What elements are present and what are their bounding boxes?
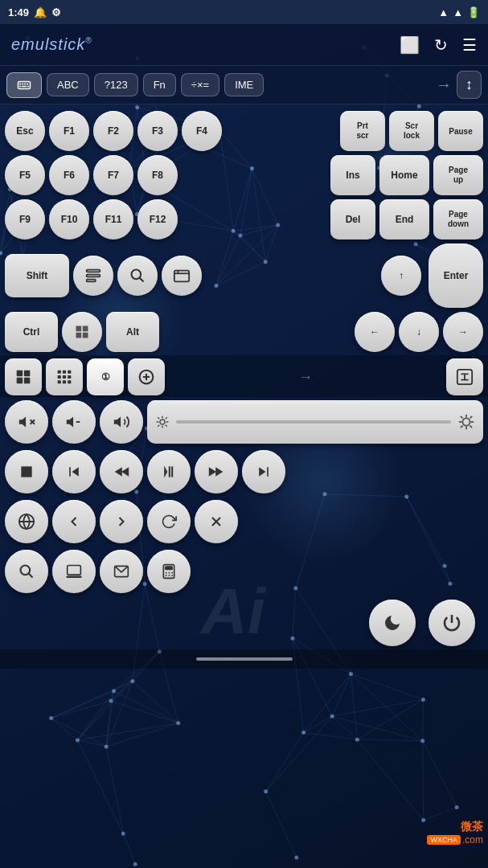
key-f3[interactable]: F3 <box>137 111 178 151</box>
svg-line-70 <box>29 574 33 578</box>
svg-marker-56 <box>72 467 79 477</box>
svg-rect-54 <box>21 466 31 477</box>
key-down[interactable]: ↓ <box>399 312 439 352</box>
key-bright-down[interactable] <box>147 400 483 444</box>
key-mail[interactable] <box>100 550 143 593</box>
key-up[interactable]: ↑ <box>381 256 421 296</box>
key-window[interactable] <box>162 256 202 296</box>
key-end[interactable]: End <box>379 199 429 240</box>
key-pause[interactable]: Pause <box>438 111 483 151</box>
key-calc[interactable] <box>147 550 191 593</box>
key-browser-forward[interactable] <box>100 500 143 543</box>
svg-rect-9 <box>87 275 100 277</box>
key-search[interactable] <box>117 256 158 296</box>
screen-toggle-icon[interactable]: ⬜ <box>400 35 420 55</box>
key-ins[interactable]: Ins <box>330 155 375 195</box>
key-f5[interactable]: F5 <box>5 155 45 195</box>
func-grid9-btn[interactable] <box>46 358 83 395</box>
key-left[interactable]: ← <box>355 312 395 352</box>
fn-mode-btn[interactable]: Fn <box>143 73 176 96</box>
svg-line-53 <box>470 416 473 419</box>
svg-point-69 <box>21 566 31 575</box>
key-browser-refresh[interactable] <box>147 500 191 543</box>
key-ctrl[interactable]: Ctrl <box>5 312 58 352</box>
key-rewind[interactable] <box>100 450 143 493</box>
key-f4[interactable]: F4 <box>182 111 222 151</box>
func-num1-btn[interactable]: ① <box>87 358 124 395</box>
key-row-2: F5 F6 F7 F8 Ins Home Pageup <box>5 155 483 195</box>
svg-line-40 <box>166 425 167 427</box>
key-power[interactable] <box>429 600 475 646</box>
key-prev[interactable] <box>52 450 96 493</box>
key-pagedown[interactable]: Pagedown <box>433 199 483 240</box>
key-f10[interactable]: F10 <box>49 199 89 240</box>
svg-point-11 <box>132 270 141 280</box>
key-del[interactable]: Del <box>330 199 375 240</box>
svg-rect-5 <box>19 85 21 87</box>
key-win[interactable] <box>62 312 102 352</box>
svg-rect-17 <box>24 371 31 377</box>
func-add-btn[interactable] <box>128 358 165 395</box>
svg-rect-0 <box>18 81 31 88</box>
key-f12[interactable]: F12 <box>137 199 178 240</box>
sym-mode-btn[interactable]: ÷×= <box>181 73 219 96</box>
key-f11[interactable]: F11 <box>93 199 133 240</box>
key-prtscr[interactable]: Prtscr <box>340 111 385 151</box>
time-display: 1:49 <box>8 6 29 18</box>
key-browser-close[interactable] <box>195 500 238 543</box>
key-stop[interactable] <box>5 450 48 493</box>
svg-rect-25 <box>68 375 71 379</box>
layout-toggle-btn[interactable]: ↕ <box>457 71 482 99</box>
ime-mode-btn[interactable]: IME <box>224 73 264 96</box>
mode-bar: ABC ?123 Fn ÷×= IME → ↕ <box>0 66 488 104</box>
svg-rect-2 <box>22 83 23 84</box>
svg-line-39 <box>158 417 159 419</box>
menu-icon[interactable]: ☰ <box>462 35 477 55</box>
key-sleep[interactable] <box>369 600 416 646</box>
refresh-icon[interactable]: ↻ <box>434 35 448 55</box>
keyboard-mode-btn[interactable] <box>6 72 42 98</box>
key-right[interactable]: → <box>443 312 483 352</box>
svg-rect-20 <box>58 371 61 374</box>
key-shift[interactable]: Shift <box>5 254 69 297</box>
settings-status-icon: ⚙ <box>51 6 61 18</box>
key-f6[interactable]: F6 <box>49 155 89 195</box>
key-enter[interactable]: Enter <box>429 244 483 308</box>
svg-rect-19 <box>24 378 31 384</box>
key-play-pause[interactable] <box>147 450 191 493</box>
key-home[interactable]: Home <box>379 155 429 195</box>
key-browser-back[interactable] <box>52 500 96 543</box>
key-alt[interactable]: Alt <box>106 312 159 352</box>
abc-mode-btn[interactable]: ABC <box>47 73 89 96</box>
key-row-4: Shift ↑ Enter <box>5 244 483 308</box>
svg-line-44 <box>166 417 167 419</box>
key-f8[interactable]: F8 <box>137 155 178 195</box>
key-f9[interactable]: F9 <box>5 199 45 240</box>
key-vol-down[interactable] <box>52 400 96 444</box>
func-swap-btn[interactable] <box>446 358 483 395</box>
svg-rect-4 <box>27 83 28 84</box>
key-mute[interactable] <box>5 400 48 444</box>
key-f1[interactable]: F1 <box>49 111 89 151</box>
svg-marker-59 <box>164 466 167 478</box>
key-f2[interactable]: F2 <box>93 111 133 151</box>
svg-rect-21 <box>63 371 66 374</box>
media-row <box>5 450 483 493</box>
key-pageup[interactable]: Pageup <box>433 155 483 195</box>
key-ffwd[interactable] <box>195 450 238 493</box>
key-f7[interactable]: F7 <box>93 155 133 195</box>
home-indicator[interactable] <box>196 657 293 661</box>
num-mode-btn[interactable]: ?123 <box>94 73 138 96</box>
tools-row <box>5 550 483 593</box>
key-search-tool[interactable] <box>5 550 48 593</box>
key-esc[interactable]: Esc <box>5 111 45 151</box>
svg-rect-18 <box>17 378 23 384</box>
svg-rect-23 <box>58 375 61 379</box>
key-scrlock[interactable]: Scrlock <box>389 111 434 151</box>
key-vol-up[interactable] <box>100 400 143 444</box>
key-next[interactable] <box>242 450 285 493</box>
key-taskbar[interactable] <box>52 550 96 593</box>
func-grid4-btn[interactable] <box>5 358 42 395</box>
key-globe[interactable] <box>5 500 48 543</box>
key-menu[interactable] <box>73 256 113 296</box>
